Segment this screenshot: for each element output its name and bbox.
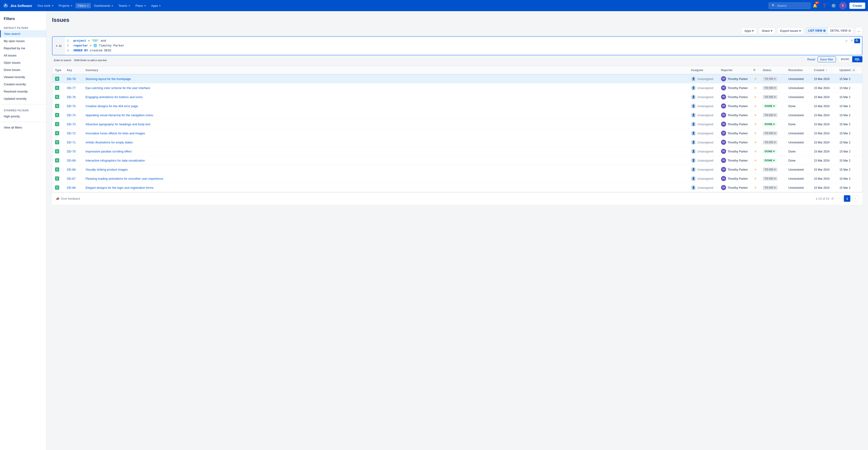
issue-summary-text[interactable]: Interactive infographics for data visual… <box>86 159 145 162</box>
sidebar-item-reported-by-me[interactable]: Reported by me <box>0 45 46 52</box>
status-badge[interactable]: TO DO ▾ <box>763 131 777 135</box>
sidebar-item-all-issues[interactable]: All issues <box>0 52 46 59</box>
next-page-button[interactable]: › <box>852 195 859 202</box>
status-badge[interactable]: DONE ▾ <box>763 149 777 153</box>
issue-key-link[interactable]: DD-66 <box>67 186 76 190</box>
sidebar-item-created-recently[interactable]: Created recently <box>0 81 46 88</box>
table-row[interactable]: S DD-69 Interactive infographics for dat… <box>52 156 862 165</box>
table-row[interactable]: S DD-70 Impressive parallax scrolling ef… <box>52 147 862 156</box>
issue-summary-text[interactable]: Eye-catching color scheme for the user i… <box>86 86 150 90</box>
app-logo[interactable]: Jira Software <box>3 3 32 8</box>
sidebar-item-view-all-filters[interactable]: View all filters <box>0 124 46 131</box>
col-header-created[interactable]: Created ↓ <box>811 66 837 74</box>
issue-key-link[interactable]: DD-75 <box>67 104 76 108</box>
query-help-button[interactable]: ? <box>850 38 854 43</box>
run-query-button[interactable]: 🔍 <box>854 38 860 43</box>
issue-summary-text[interactable]: Elegant designs for the login and regist… <box>86 186 154 190</box>
issue-key-link[interactable]: DD-68 <box>67 168 76 171</box>
status-badge[interactable]: TO DO ▾ <box>763 186 777 190</box>
issue-summary-text[interactable]: Engaging animations for buttons and icon… <box>86 95 143 99</box>
sidebar-item-new-search[interactable]: New search <box>0 30 46 37</box>
table-row[interactable]: S DD-66 Elegant designs for the login an… <box>52 183 862 192</box>
sidebar-item-open-issues[interactable]: Open issues <box>0 59 46 66</box>
issue-key-link[interactable]: DD-67 <box>67 177 76 180</box>
sidebar-item-viewed-recently[interactable]: Viewed recently <box>0 74 46 81</box>
issue-key-link[interactable]: DD-69 <box>67 159 76 162</box>
issue-key-link[interactable]: DD-70 <box>67 150 76 153</box>
table-row[interactable]: S DD-75 Creative designs for the 404 err… <box>52 102 862 111</box>
issue-key-link[interactable]: DD-74 <box>67 113 76 117</box>
table-row[interactable]: S DD-71 Artistic illustrations for empty… <box>52 138 862 147</box>
more-options-button[interactable]: ... <box>855 27 862 34</box>
prev-page-button[interactable]: ‹ <box>836 195 842 202</box>
issue-key-link[interactable]: DD-77 <box>67 86 76 90</box>
column-settings-button[interactable]: ⊞ <box>851 68 856 72</box>
query-editor[interactable]: ✦ AI 1 project = "DD" and 2 reporter = 🌐… <box>52 36 862 55</box>
issue-summary-text[interactable]: Creative designs for the 404 error page <box>86 104 138 108</box>
list-view-button[interactable]: LIST VIEW ⊞ <box>806 28 828 34</box>
issue-summary-text[interactable]: Innovative hover effects for links and i… <box>86 132 145 135</box>
search-box[interactable]: 🔍 Search <box>769 3 810 9</box>
issue-key-link[interactable]: DD-71 <box>67 141 76 144</box>
notifications-button[interactable]: 🔔 9+ <box>811 2 819 9</box>
table-row[interactable]: S DD-77 Eye-catching color scheme for th… <box>52 83 862 92</box>
create-button[interactable]: Create <box>849 3 865 9</box>
nav-teams[interactable]: Teams▾ <box>116 3 132 8</box>
issue-key-link[interactable]: DD-72 <box>67 132 76 135</box>
apps-button[interactable]: Apps ▾ <box>741 27 757 34</box>
nav-your-work[interactable]: Your work▾ <box>35 3 55 8</box>
issue-key-link[interactable]: DD-76 <box>67 95 76 99</box>
table-row[interactable]: S DD-74 Appealing visual hierarchy for t… <box>52 111 862 120</box>
sidebar-item-done-issues[interactable]: Done issues <box>0 66 46 74</box>
nav-plans[interactable]: Plans▾ <box>133 3 148 8</box>
status-badge[interactable]: DONE ▾ <box>763 104 777 108</box>
table-row[interactable]: S DD-73 Attractive typography for headin… <box>52 120 862 129</box>
query-text[interactable]: 1 project = "DD" and 2 reporter = 🌐 Timo… <box>65 37 842 55</box>
save-filter-button[interactable]: Save filter <box>817 56 836 62</box>
sidebar-item-high-priority[interactable]: High priority <box>0 113 46 120</box>
status-badge[interactable]: TO DO ▾ <box>763 86 777 90</box>
table-row[interactable]: S DD-67 Pleasing loading animations for … <box>52 174 862 183</box>
nav-dashboards[interactable]: Dashboards▾ <box>92 3 115 8</box>
nav-projects[interactable]: Projects▾ <box>56 3 74 8</box>
give-feedback-button[interactable]: 📣 Give feedback <box>56 197 80 200</box>
issue-summary-text[interactable]: Artistic illustrations for empty states <box>86 141 133 144</box>
issue-summary-text[interactable]: Appealing visual hierarchy for the navig… <box>86 113 153 117</box>
issue-key-link[interactable]: DD-73 <box>67 122 76 126</box>
table-row[interactable]: S DD-76 Engaging animations for buttons … <box>52 92 862 102</box>
status-badge[interactable]: DONE ▾ <box>763 159 777 163</box>
status-badge[interactable]: TO DO ▾ <box>763 77 777 81</box>
nav-filters[interactable]: Filters▾ <box>75 3 91 8</box>
user-avatar[interactable]: T <box>839 2 847 9</box>
reset-button[interactable]: Reset <box>806 57 817 62</box>
status-badge[interactable]: DONE ▾ <box>763 122 777 126</box>
table-row[interactable]: S DD-72 Innovative hover effects for lin… <box>52 129 862 138</box>
status-badge[interactable]: TO DO ▾ <box>763 95 777 99</box>
status-badge[interactable]: TO DO ▾ <box>763 168 777 172</box>
issue-summary-text[interactable]: Visually striking product images <box>86 168 128 171</box>
sidebar-item-resolved-recently[interactable]: Resolved recently <box>0 88 46 95</box>
issue-summary-text[interactable]: Stunning layout for the homepage <box>86 77 131 81</box>
status-badge[interactable]: TO DO ▾ <box>763 113 777 117</box>
status-badge[interactable]: TO DO ▾ <box>763 177 777 180</box>
jql-mode-button[interactable]: JQL <box>852 56 862 62</box>
table-row[interactable]: S DD-68 Visually striking product images… <box>52 165 862 174</box>
refresh-button[interactable]: ↺ <box>831 197 834 200</box>
detail-view-button[interactable]: DETAIL VIEW ⊟ <box>828 28 853 34</box>
expand-query-button[interactable]: ⤢ <box>844 38 849 43</box>
share-button[interactable]: Share ▾ <box>758 27 775 34</box>
issue-summary-text[interactable]: Pleasing loading animations for smoother… <box>86 177 163 180</box>
settings-button[interactable]: ⚙️ <box>830 2 837 9</box>
sidebar-item-my-open-issues[interactable]: My open issues <box>0 37 46 45</box>
issue-key-link[interactable]: DD-78 <box>67 77 76 81</box>
help-button[interactable]: ❓ <box>820 2 828 9</box>
export-issues-button[interactable]: Export issues ▾ <box>777 27 804 34</box>
issue-summary-text[interactable]: Attractive typography for headings and b… <box>86 122 150 126</box>
sidebar-item-updated-recently[interactable]: Updated recently <box>0 95 46 102</box>
basic-mode-button[interactable]: BASIC <box>838 56 852 62</box>
nav-apps[interactable]: Apps▾ <box>149 3 163 8</box>
issue-summary-text[interactable]: Impressive parallax scrolling effect <box>86 150 131 153</box>
ai-button[interactable]: ✦ AI <box>53 37 65 55</box>
status-badge[interactable]: TO DO ▾ <box>763 140 777 144</box>
table-row[interactable]: S DD-78 Stunning layout for the homepage… <box>52 74 862 83</box>
